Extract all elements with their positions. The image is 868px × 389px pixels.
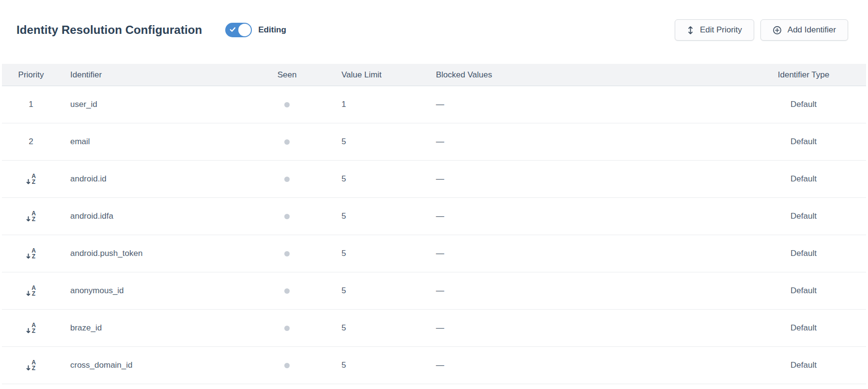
blocked-values-cell: — <box>434 249 741 258</box>
priority-cell: A Z <box>2 174 60 185</box>
seen-cell <box>257 177 317 182</box>
seen-cell <box>257 326 317 331</box>
blocked-values-cell: — <box>434 137 741 147</box>
page-title: Identity Resolution Configuration <box>16 23 202 37</box>
value-limit-cell: 5 <box>317 174 434 184</box>
identifier-cell: android.push_token <box>60 249 257 258</box>
column-header-blocked-values: Blocked Values <box>434 70 741 80</box>
editing-toggle-label: Editing <box>258 25 286 35</box>
identifier-type-cell: Default <box>741 211 866 221</box>
table-row[interactable]: 2 A Z email 5 — Default <box>2 123 866 161</box>
seen-dot-icon <box>284 214 290 219</box>
arrow-down-icon <box>26 328 31 334</box>
seen-dot-icon <box>284 102 290 107</box>
table-body: 1 A Z user_id 1 — Default 2 A Z <box>2 86 866 384</box>
value-limit-cell: 5 <box>317 249 434 258</box>
up-down-arrow-icon <box>687 26 694 35</box>
seen-dot-icon <box>284 177 290 182</box>
sort-alpha-descending-icon: A Z <box>26 248 36 259</box>
sort-alpha-descending-icon: A Z <box>26 323 36 334</box>
priority-cell: A Z <box>2 360 60 371</box>
value-limit-cell: 5 <box>317 360 434 370</box>
identifier-type-cell: Default <box>741 286 866 296</box>
arrow-down-icon <box>26 291 31 297</box>
priority-cell: 2 A Z <box>2 137 60 147</box>
table-row[interactable]: 1 A Z user_id 1 — Default <box>2 86 866 123</box>
value-limit-cell: 5 <box>317 211 434 221</box>
sort-alpha-descending-icon: A Z <box>26 360 36 371</box>
seen-cell <box>257 363 317 368</box>
priority-cell: A Z <box>2 323 60 334</box>
column-header-priority: Priority <box>2 70 60 80</box>
seen-dot-icon <box>284 288 290 294</box>
plus-circle-icon <box>773 26 782 35</box>
arrow-down-icon <box>26 254 31 259</box>
page-header: Identity Resolution Configuration Editin… <box>0 0 868 64</box>
arrow-down-icon <box>26 365 31 371</box>
identifier-cell: anonymous_id <box>60 286 257 296</box>
blocked-values-cell: — <box>434 286 741 296</box>
add-identifier-button-label: Add Identifier <box>788 25 836 35</box>
sort-alpha-descending-icon: A Z <box>26 211 36 222</box>
check-icon <box>230 26 236 34</box>
priority-cell: A Z <box>2 285 60 297</box>
value-limit-cell: 5 <box>317 286 434 296</box>
identifier-cell: user_id <box>60 100 257 109</box>
identifier-cell: android.id <box>60 174 257 184</box>
edit-priority-button[interactable]: Edit Priority <box>675 19 754 41</box>
value-limit-cell: 1 <box>317 100 434 109</box>
value-limit-cell: 5 <box>317 137 434 147</box>
seen-dot-icon <box>284 251 290 256</box>
table-row[interactable]: A Z cross_domain_id 5 — Default <box>2 347 866 384</box>
sort-alpha-descending-icon: A Z <box>26 174 36 185</box>
table-row[interactable]: A Z android.idfa 5 — Default <box>2 198 866 235</box>
identifier-type-cell: Default <box>741 360 866 370</box>
blocked-values-cell: — <box>434 323 741 333</box>
identifier-cell: cross_domain_id <box>60 360 257 370</box>
blocked-values-cell: — <box>434 100 741 109</box>
blocked-values-cell: — <box>434 174 741 184</box>
priority-cell: A Z <box>2 211 60 222</box>
seen-dot-icon <box>284 363 290 368</box>
editing-toggle[interactable] <box>225 23 252 37</box>
priority-number: 1 <box>29 100 33 109</box>
priority-number: 2 <box>29 137 33 147</box>
seen-dot-icon <box>284 139 290 145</box>
header-actions: Edit Priority Add Identifier <box>675 19 848 41</box>
column-header-value-limit: Value Limit <box>317 70 434 80</box>
column-header-identifier: Identifier <box>60 70 257 80</box>
arrow-down-icon <box>26 179 31 185</box>
identifier-cell: email <box>60 137 257 147</box>
table-row[interactable]: A Z android.push_token 5 — Default <box>2 235 866 272</box>
seen-cell <box>257 214 317 219</box>
identifier-type-cell: Default <box>741 100 866 109</box>
arrow-down-icon <box>26 216 31 222</box>
seen-cell <box>257 288 317 294</box>
table-row[interactable]: A Z android.id 5 — Default <box>2 161 866 198</box>
identity-resolution-table: Priority Identifier Seen Value Limit Blo… <box>2 64 866 384</box>
table-row[interactable]: A Z anonymous_id 5 — Default <box>2 272 866 310</box>
blocked-values-cell: — <box>434 211 741 221</box>
table-row[interactable]: A Z braze_id 5 — Default <box>2 310 866 347</box>
identifier-cell: android.idfa <box>60 211 257 221</box>
toggle-knob <box>238 24 251 36</box>
sort-alpha-descending-icon: A Z <box>26 285 36 297</box>
priority-cell: 1 A Z <box>2 100 60 109</box>
table-header-row: Priority Identifier Seen Value Limit Blo… <box>2 64 866 86</box>
editing-toggle-group: Editing <box>225 23 286 37</box>
identifier-type-cell: Default <box>741 137 866 147</box>
seen-cell <box>257 139 317 145</box>
blocked-values-cell: — <box>434 360 741 370</box>
column-header-identifier-type: Identifier Type <box>741 70 866 80</box>
identifier-type-cell: Default <box>741 249 866 258</box>
value-limit-cell: 5 <box>317 323 434 333</box>
identifier-type-cell: Default <box>741 174 866 184</box>
identifier-cell: braze_id <box>60 323 257 333</box>
seen-dot-icon <box>284 326 290 331</box>
edit-priority-button-label: Edit Priority <box>700 25 742 35</box>
identifier-type-cell: Default <box>741 323 866 333</box>
seen-cell <box>257 102 317 107</box>
seen-cell <box>257 251 317 256</box>
column-header-seen: Seen <box>257 70 317 80</box>
add-identifier-button[interactable]: Add Identifier <box>760 19 848 41</box>
